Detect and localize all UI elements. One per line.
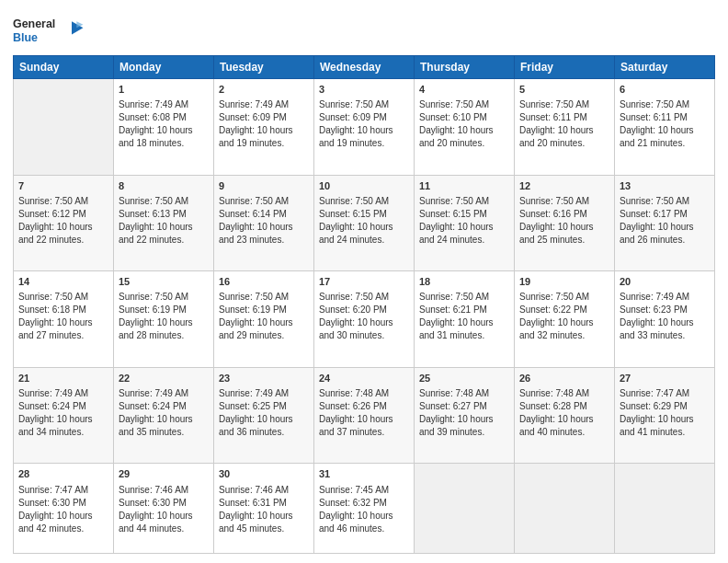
day-number: 30 bbox=[219, 467, 309, 481]
day-info: Sunrise: 7:50 AM Sunset: 6:19 PM Dayligh… bbox=[219, 291, 309, 342]
calendar-cell bbox=[14, 79, 114, 176]
logo-svg: General Blue bbox=[13, 13, 86, 48]
calendar-cell: 4Sunrise: 7:50 AM Sunset: 6:10 PM Daylig… bbox=[415, 79, 515, 176]
calendar-table: SundayMondayTuesdayWednesdayThursdayFrid… bbox=[13, 55, 715, 554]
day-info: Sunrise: 7:50 AM Sunset: 6:10 PM Dayligh… bbox=[419, 98, 509, 150]
day-number: 22 bbox=[119, 372, 209, 385]
day-number: 5 bbox=[519, 83, 609, 97]
day-number: 21 bbox=[18, 372, 108, 385]
calendar-cell: 8Sunrise: 7:50 AM Sunset: 6:13 PM Daylig… bbox=[114, 175, 214, 271]
day-number: 15 bbox=[119, 275, 209, 289]
day-info: Sunrise: 7:50 AM Sunset: 6:11 PM Dayligh… bbox=[519, 98, 609, 150]
calendar-cell: 26Sunrise: 7:48 AM Sunset: 6:28 PM Dayli… bbox=[515, 367, 615, 464]
day-info: Sunrise: 7:45 AM Sunset: 6:32 PM Dayligh… bbox=[319, 484, 409, 535]
day-info: Sunrise: 7:50 AM Sunset: 6:14 PM Dayligh… bbox=[219, 195, 309, 247]
calendar-week-3: 14Sunrise: 7:50 AM Sunset: 6:18 PM Dayli… bbox=[14, 271, 715, 368]
weekday-header-monday: Monday bbox=[114, 56, 214, 79]
day-number: 20 bbox=[620, 275, 710, 289]
weekday-header-wednesday: Wednesday bbox=[314, 56, 415, 79]
day-info: Sunrise: 7:50 AM Sunset: 6:16 PM Dayligh… bbox=[519, 195, 609, 247]
day-number: 19 bbox=[519, 275, 609, 289]
calendar-cell: 14Sunrise: 7:50 AM Sunset: 6:18 PM Dayli… bbox=[14, 271, 114, 368]
calendar-cell: 12Sunrise: 7:50 AM Sunset: 6:16 PM Dayli… bbox=[515, 175, 615, 271]
calendar-cell: 27Sunrise: 7:47 AM Sunset: 6:29 PM Dayli… bbox=[615, 367, 715, 464]
day-info: Sunrise: 7:47 AM Sunset: 6:30 PM Dayligh… bbox=[18, 484, 108, 535]
calendar-cell: 15Sunrise: 7:50 AM Sunset: 6:19 PM Dayli… bbox=[114, 271, 214, 368]
day-info: Sunrise: 7:48 AM Sunset: 6:26 PM Dayligh… bbox=[319, 387, 409, 439]
calendar-cell: 10Sunrise: 7:50 AM Sunset: 6:15 PM Dayli… bbox=[314, 175, 415, 271]
calendar-cell: 5Sunrise: 7:50 AM Sunset: 6:11 PM Daylig… bbox=[515, 79, 615, 176]
calendar-cell: 3Sunrise: 7:50 AM Sunset: 6:09 PM Daylig… bbox=[314, 79, 415, 176]
day-info: Sunrise: 7:49 AM Sunset: 6:23 PM Dayligh… bbox=[620, 291, 710, 342]
day-number: 2 bbox=[219, 83, 309, 97]
calendar-cell: 28Sunrise: 7:47 AM Sunset: 6:30 PM Dayli… bbox=[14, 464, 114, 554]
day-info: Sunrise: 7:46 AM Sunset: 6:31 PM Dayligh… bbox=[219, 484, 309, 535]
day-number: 24 bbox=[319, 372, 409, 385]
day-number: 27 bbox=[620, 372, 710, 385]
calendar-cell: 24Sunrise: 7:48 AM Sunset: 6:26 PM Dayli… bbox=[314, 367, 415, 464]
calendar-week-5: 28Sunrise: 7:47 AM Sunset: 6:30 PM Dayli… bbox=[14, 464, 715, 554]
calendar-cell: 2Sunrise: 7:49 AM Sunset: 6:09 PM Daylig… bbox=[214, 79, 314, 176]
day-info: Sunrise: 7:48 AM Sunset: 6:27 PM Dayligh… bbox=[419, 387, 509, 439]
calendar-week-2: 7Sunrise: 7:50 AM Sunset: 6:12 PM Daylig… bbox=[14, 175, 715, 271]
day-number: 29 bbox=[119, 467, 209, 481]
calendar-cell: 6Sunrise: 7:50 AM Sunset: 6:11 PM Daylig… bbox=[615, 79, 715, 176]
weekday-header-saturday: Saturday bbox=[615, 56, 715, 79]
day-info: Sunrise: 7:50 AM Sunset: 6:19 PM Dayligh… bbox=[119, 291, 209, 342]
calendar-cell: 30Sunrise: 7:46 AM Sunset: 6:31 PM Dayli… bbox=[214, 464, 314, 554]
day-number: 12 bbox=[519, 179, 609, 193]
day-info: Sunrise: 7:48 AM Sunset: 6:28 PM Dayligh… bbox=[519, 387, 609, 439]
day-info: Sunrise: 7:50 AM Sunset: 6:20 PM Dayligh… bbox=[319, 291, 409, 342]
day-number: 11 bbox=[419, 179, 509, 193]
calendar-cell: 1Sunrise: 7:49 AM Sunset: 6:08 PM Daylig… bbox=[114, 79, 214, 176]
day-number: 31 bbox=[319, 467, 409, 481]
weekday-header-thursday: Thursday bbox=[415, 56, 515, 79]
calendar-cell: 9Sunrise: 7:50 AM Sunset: 6:14 PM Daylig… bbox=[214, 175, 314, 271]
day-info: Sunrise: 7:50 AM Sunset: 6:12 PM Dayligh… bbox=[18, 195, 108, 247]
day-number: 13 bbox=[620, 179, 710, 193]
day-number: 10 bbox=[319, 179, 409, 193]
weekday-header-tuesday: Tuesday bbox=[214, 56, 314, 79]
page: General Blue SundayMondayTuesdayWednesda… bbox=[0, 0, 728, 563]
day-number: 26 bbox=[519, 372, 609, 385]
calendar-cell bbox=[615, 464, 715, 554]
day-info: Sunrise: 7:50 AM Sunset: 6:18 PM Dayligh… bbox=[18, 291, 108, 342]
calendar-cell bbox=[515, 464, 615, 554]
day-number: 8 bbox=[119, 179, 209, 193]
day-info: Sunrise: 7:50 AM Sunset: 6:15 PM Dayligh… bbox=[319, 195, 409, 247]
day-number: 6 bbox=[620, 83, 710, 97]
calendar-cell: 22Sunrise: 7:49 AM Sunset: 6:24 PM Dayli… bbox=[114, 367, 214, 464]
calendar-header: SundayMondayTuesdayWednesdayThursdayFrid… bbox=[14, 56, 715, 79]
day-number: 4 bbox=[419, 83, 509, 97]
calendar-cell: 7Sunrise: 7:50 AM Sunset: 6:12 PM Daylig… bbox=[14, 175, 114, 271]
day-number: 1 bbox=[119, 83, 209, 97]
day-number: 28 bbox=[18, 467, 108, 481]
calendar-week-4: 21Sunrise: 7:49 AM Sunset: 6:24 PM Dayli… bbox=[14, 367, 715, 464]
day-info: Sunrise: 7:50 AM Sunset: 6:09 PM Dayligh… bbox=[319, 98, 409, 150]
weekday-header-row: SundayMondayTuesdayWednesdayThursdayFrid… bbox=[14, 56, 715, 79]
day-number: 14 bbox=[18, 275, 108, 289]
calendar-body: 1Sunrise: 7:49 AM Sunset: 6:08 PM Daylig… bbox=[14, 79, 715, 554]
calendar-cell: 23Sunrise: 7:49 AM Sunset: 6:25 PM Dayli… bbox=[214, 367, 314, 464]
day-info: Sunrise: 7:49 AM Sunset: 6:09 PM Dayligh… bbox=[219, 98, 309, 150]
day-number: 18 bbox=[419, 275, 509, 289]
svg-text:General: General bbox=[13, 17, 55, 30]
calendar-cell: 31Sunrise: 7:45 AM Sunset: 6:32 PM Dayli… bbox=[314, 464, 415, 554]
day-number: 17 bbox=[319, 275, 409, 289]
calendar-cell bbox=[415, 464, 515, 554]
day-info: Sunrise: 7:49 AM Sunset: 6:24 PM Dayligh… bbox=[18, 387, 108, 439]
day-info: Sunrise: 7:46 AM Sunset: 6:30 PM Dayligh… bbox=[119, 484, 209, 535]
day-number: 7 bbox=[18, 179, 108, 193]
calendar-cell: 19Sunrise: 7:50 AM Sunset: 6:22 PM Dayli… bbox=[515, 271, 615, 368]
day-info: Sunrise: 7:50 AM Sunset: 6:21 PM Dayligh… bbox=[419, 291, 509, 342]
weekday-header-sunday: Sunday bbox=[14, 56, 114, 79]
calendar-cell: 25Sunrise: 7:48 AM Sunset: 6:27 PM Dayli… bbox=[415, 367, 515, 464]
day-number: 16 bbox=[219, 275, 309, 289]
calendar-cell: 16Sunrise: 7:50 AM Sunset: 6:19 PM Dayli… bbox=[214, 271, 314, 368]
day-info: Sunrise: 7:50 AM Sunset: 6:13 PM Dayligh… bbox=[119, 195, 209, 247]
day-number: 9 bbox=[219, 179, 309, 193]
day-number: 25 bbox=[419, 372, 509, 385]
calendar-cell: 13Sunrise: 7:50 AM Sunset: 6:17 PM Dayli… bbox=[615, 175, 715, 271]
day-info: Sunrise: 7:49 AM Sunset: 6:24 PM Dayligh… bbox=[119, 387, 209, 439]
logo: General Blue bbox=[13, 9, 86, 48]
